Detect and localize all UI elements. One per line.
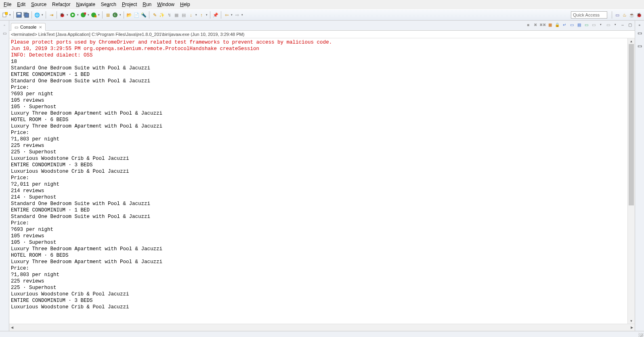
- package-explorer-icon[interactable]: ▭: [2, 30, 7, 36]
- new-console-icon[interactable]: ▭: [605, 21, 611, 28]
- console-line: 105 reviews: [11, 97, 626, 104]
- display-selected-icon[interactable]: ▭: [583, 21, 589, 28]
- quick-access-input[interactable]: Quick Access: [571, 11, 607, 19]
- coverage-icon[interactable]: [80, 12, 86, 18]
- restore-view-icon[interactable]: ▫: [2, 22, 7, 28]
- console-line: Standard One Bedroom Suite with Pool & J…: [11, 214, 626, 220]
- run-last-dropdown[interactable]: ▾: [98, 12, 100, 18]
- left-trim: ▫ ▭: [0, 21, 9, 331]
- run-dropdown[interactable]: ▾: [77, 12, 79, 18]
- vertical-scrollbar[interactable]: ▲ ▼: [627, 38, 635, 324]
- back-dropdown[interactable]: ▾: [231, 12, 233, 18]
- restore-right-icon[interactable]: ▫: [639, 22, 640, 28]
- console-line: 214 reviews: [11, 188, 626, 194]
- forward-dropdown[interactable]: ▾: [241, 12, 243, 18]
- console-line: Standard One Bedroom Suite with Pool & J…: [11, 201, 626, 207]
- task-list-icon[interactable]: ▭: [638, 30, 642, 36]
- pin-console-icon[interactable]: ▤: [576, 21, 582, 28]
- show-console-icon[interactable]: ▭: [568, 21, 575, 28]
- outline-icon[interactable]: ▭: [638, 43, 642, 49]
- console-line: Luxury Three Bedroom Apartment with Pool…: [11, 110, 626, 117]
- menu-project[interactable]: Project: [119, 1, 140, 8]
- next-icon[interactable]: ↓: [188, 12, 194, 18]
- prev-icon[interactable]: ↑: [198, 12, 205, 18]
- maximize-view-icon[interactable]: ▢: [627, 21, 633, 28]
- menu-file[interactable]: File: [1, 1, 14, 8]
- console-line: ?2,011 per night: [11, 181, 626, 188]
- new-dropdown[interactable]: ▾: [9, 12, 11, 18]
- new-console-dropdown[interactable]: ▾: [612, 21, 619, 28]
- toggle-mark-icon[interactable]: ✎: [151, 12, 158, 18]
- back-icon[interactable]: ⇦: [223, 12, 230, 18]
- menu-run[interactable]: Run: [140, 1, 154, 8]
- scroll-left-icon[interactable]: ◀: [9, 324, 15, 331]
- perspective-open-icon[interactable]: ▭: [614, 12, 621, 18]
- separator: [210, 11, 210, 19]
- debug-dropdown[interactable]: ▾: [66, 12, 69, 18]
- new-class-icon[interactable]: C: [112, 12, 118, 18]
- horizontal-scrollbar[interactable]: ◀ ▶: [9, 324, 635, 331]
- remove-launch-icon[interactable]: ✖: [532, 21, 539, 28]
- word-wrap-icon[interactable]: ↵: [561, 21, 568, 28]
- skip-icon[interactable]: ⇥: [48, 12, 55, 18]
- menu-edit[interactable]: Edit: [14, 1, 28, 8]
- separator: [612, 11, 612, 19]
- open-console-dropdown[interactable]: ▾: [598, 21, 604, 28]
- refactor-icon[interactable]: ↯: [166, 12, 172, 18]
- menu-window[interactable]: Window: [154, 1, 177, 8]
- console-line: INFO: Detected dialect: OSS: [11, 52, 626, 59]
- prev-dropdown[interactable]: ▾: [206, 12, 208, 18]
- run-icon[interactable]: [69, 12, 76, 18]
- console-line: 214 · Superhost: [11, 194, 626, 201]
- tab-console[interactable]: ▭ Console ✕: [11, 23, 46, 31]
- console-output[interactable]: Please protect ports used by ChromeDrive…: [9, 38, 627, 324]
- new-class-dropdown[interactable]: ▾: [119, 12, 122, 18]
- open-type-icon[interactable]: 📂: [126, 12, 132, 18]
- svg-text:C: C: [114, 13, 117, 17]
- resize-grip-icon[interactable]: [638, 333, 643, 337]
- scroll-right-icon[interactable]: ▶: [629, 324, 635, 331]
- search-icon[interactable]: 🔦: [141, 12, 147, 18]
- run-last-icon[interactable]: [90, 12, 97, 18]
- minimize-view-icon[interactable]: –: [619, 21, 626, 28]
- next-dropdown[interactable]: ▾: [195, 12, 197, 18]
- menu-help[interactable]: Help: [177, 1, 193, 8]
- scroll-thumb[interactable]: [629, 44, 634, 205]
- separator: [124, 11, 124, 19]
- close-icon[interactable]: ✕: [39, 25, 42, 29]
- box-icon[interactable]: ▦: [173, 12, 180, 18]
- menu-navigate[interactable]: Navigate: [73, 1, 98, 8]
- console-line: HOTEL ROOM · 6 BEDS: [11, 117, 626, 123]
- perspective-debug-icon[interactable]: 🐞: [636, 12, 642, 18]
- wand-icon[interactable]: ✨: [159, 12, 165, 18]
- save-icon[interactable]: [16, 12, 22, 18]
- separator: [149, 11, 149, 19]
- scroll-lock-icon[interactable]: 🔒: [554, 21, 560, 28]
- scroll-down-icon[interactable]: ▼: [628, 318, 635, 324]
- globe-dropdown[interactable]: ▾: [41, 12, 44, 18]
- new-icon[interactable]: [2, 12, 8, 18]
- globe-icon[interactable]: 🌐: [34, 12, 40, 18]
- separator: [102, 11, 103, 19]
- perspective-java-icon[interactable]: ♨: [621, 12, 628, 18]
- scroll-up-icon[interactable]: ▲: [628, 38, 635, 44]
- open-task-icon[interactable]: 📄: [133, 12, 140, 18]
- console-line: ?693 per night: [11, 226, 626, 233]
- save-all-icon[interactable]: [23, 12, 29, 18]
- console-line: 225 · Superhost: [11, 149, 626, 155]
- forward-icon[interactable]: ⇨: [234, 12, 240, 18]
- console-line: ?693 per night: [11, 91, 626, 97]
- pin-icon[interactable]: 📌: [212, 12, 219, 18]
- grid-icon[interactable]: ▤: [180, 12, 187, 18]
- menu-search[interactable]: Search: [98, 1, 119, 8]
- clear-console-icon[interactable]: ▦: [547, 21, 553, 28]
- terminate-icon[interactable]: ■: [525, 21, 531, 28]
- remove-all-icon[interactable]: ✖✖: [539, 21, 546, 28]
- new-package-icon[interactable]: ⊞: [105, 12, 111, 18]
- debug-icon[interactable]: 🐞: [59, 12, 65, 18]
- coverage-dropdown[interactable]: ▾: [87, 12, 90, 18]
- perspective-javaee-icon[interactable]: ☕: [629, 12, 635, 18]
- open-console-icon[interactable]: ▭: [590, 21, 597, 28]
- menu-refactor[interactable]: Refactor: [49, 1, 73, 8]
- menu-source[interactable]: Source: [28, 1, 49, 8]
